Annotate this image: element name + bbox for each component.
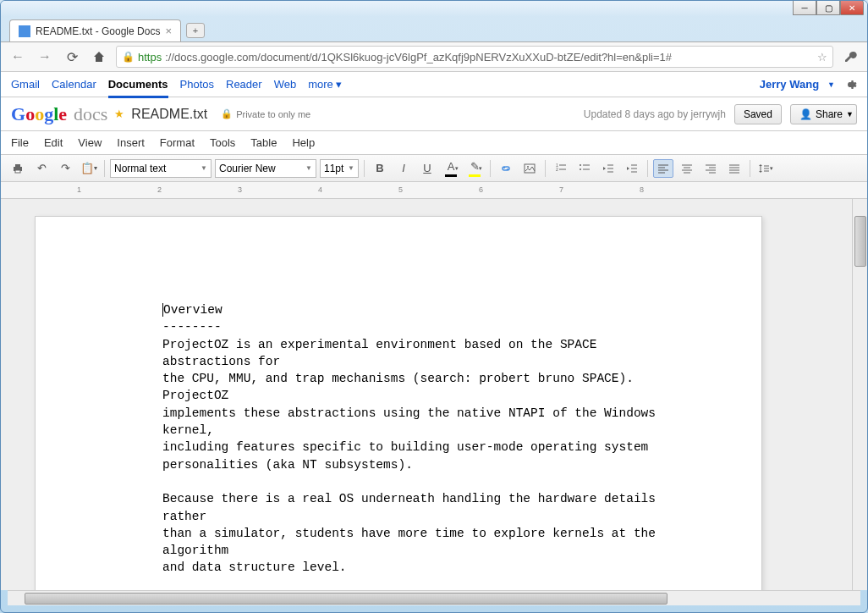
url-scheme: https <box>138 51 162 64</box>
svg-rect-2 <box>15 170 20 173</box>
wrench-icon[interactable] <box>840 47 860 67</box>
bullet-list-button[interactable] <box>574 159 595 178</box>
indent-button[interactable] <box>622 159 642 178</box>
service-link-gmail[interactable]: Gmail <box>11 78 40 91</box>
menu-table[interactable]: Table <box>250 136 277 149</box>
user-dropdown-icon[interactable]: ▼ <box>827 80 835 89</box>
italic-button[interactable]: I <box>393 159 414 178</box>
clipboard-button[interactable]: 📋▾ <box>79 159 99 178</box>
service-link-reader[interactable]: Reader <box>226 78 262 91</box>
align-left-button[interactable] <box>653 159 673 178</box>
window-close-button[interactable]: ✕ <box>840 0 864 15</box>
google-services-bar: Gmail Calendar Documents Photos Reader W… <box>1 72 867 97</box>
google-logo[interactable]: Google <box>11 103 67 125</box>
svg-rect-1 <box>15 164 20 167</box>
menu-insert[interactable]: Insert <box>117 136 145 149</box>
reload-button[interactable]: ⟳ <box>62 47 82 67</box>
svg-point-9 <box>580 164 581 166</box>
menu-edit[interactable]: Edit <box>44 136 63 149</box>
doc-title[interactable]: README.txt <box>131 107 207 122</box>
bold-button[interactable]: B <box>370 159 390 178</box>
user-name[interactable]: Jerry Wang <box>760 78 819 91</box>
star-icon[interactable]: ★ <box>114 108 124 120</box>
bookmark-star-icon[interactable]: ☆ <box>817 51 827 64</box>
menu-view[interactable]: View <box>78 136 102 149</box>
align-center-button[interactable] <box>677 159 697 178</box>
numbered-list-button[interactable]: 12 <box>551 159 571 178</box>
align-right-button[interactable] <box>700 159 721 178</box>
text-color-button[interactable]: A▾ <box>441 159 461 178</box>
menu-tools[interactable]: Tools <box>210 136 235 149</box>
url-rest: ://docs.google.com/document/d/1QKSl6kuog… <box>165 51 672 64</box>
underline-button[interactable]: U <box>417 159 437 178</box>
lock-icon: 🔒 <box>221 108 233 119</box>
svg-point-4 <box>527 166 529 168</box>
link-button[interactable] <box>496 159 516 178</box>
document-icon <box>19 25 30 37</box>
vertical-scrollbar[interactable] <box>852 199 867 590</box>
service-link-photos[interactable]: Photos <box>180 78 214 91</box>
document-area: Overview -------- ProjectOZ is an experi… <box>1 199 867 590</box>
window-maximize-button[interactable]: ▢ <box>816 0 840 15</box>
gear-icon[interactable] <box>843 78 857 91</box>
doc-header: Google docs ★ README.txt 🔒 Private to on… <box>1 97 867 131</box>
forward-button[interactable]: → <box>35 47 55 67</box>
back-button[interactable]: ← <box>8 47 28 67</box>
window-titlebar: ─ ▢ ✕ <box>1 1 867 16</box>
tab-title: README.txt - Google Docs <box>36 25 160 37</box>
horizontal-scrollbar[interactable] <box>8 590 860 605</box>
outdent-button[interactable] <box>598 159 618 178</box>
new-tab-button[interactable]: + <box>186 23 205 38</box>
window-minimize-button[interactable]: ─ <box>793 0 816 15</box>
address-bar[interactable]: 🔒 https ://docs.google.com/document/d/1Q… <box>116 46 833 68</box>
document-content[interactable]: Overview -------- ProjectOZ is an experi… <box>162 301 677 577</box>
ruler[interactable]: 1 2 3 4 5 6 7 8 <box>1 182 867 199</box>
close-icon[interactable]: × <box>165 25 172 37</box>
menu-format[interactable]: Format <box>160 136 195 149</box>
service-link-web[interactable]: Web <box>274 78 297 91</box>
doc-privacy[interactable]: 🔒 Private to only me <box>221 108 310 119</box>
service-link-documents[interactable]: Documents <box>108 78 168 98</box>
share-dropdown-button[interactable]: ▼ <box>843 104 857 124</box>
person-icon: 👤 <box>799 108 812 120</box>
redo-button[interactable]: ↷ <box>55 159 75 178</box>
svg-point-11 <box>580 168 581 170</box>
menu-help[interactable]: Help <box>292 136 315 149</box>
undo-button[interactable]: ↶ <box>31 159 52 178</box>
image-button[interactable] <box>519 159 540 178</box>
print-button[interactable] <box>8 159 28 178</box>
services-more-dropdown[interactable]: more ▾ <box>308 78 342 91</box>
format-toolbar: ↶ ↷ 📋▾ Normal text▼ Courier New▼ 11pt▼ B… <box>1 155 867 182</box>
home-button[interactable] <box>89 47 109 67</box>
service-link-calendar[interactable]: Calendar <box>52 78 96 91</box>
document-page[interactable]: Overview -------- ProjectOZ is an experi… <box>35 216 762 590</box>
browser-toolbar: ← → ⟳ 🔒 https ://docs.google.com/documen… <box>1 41 867 72</box>
lock-icon: 🔒 <box>122 51 135 63</box>
scrollbar-thumb[interactable] <box>25 593 667 605</box>
highlight-button[interactable]: ✎▾ <box>464 159 485 178</box>
paragraph-style-select[interactable]: Normal text▼ <box>110 159 212 178</box>
saved-button[interactable]: Saved <box>734 104 782 124</box>
docs-logo: docs <box>74 103 107 125</box>
updated-text: Updated 8 days ago by jerrywjh <box>584 108 726 120</box>
browser-tab-strip: README.txt - Google Docs × + <box>1 16 867 41</box>
line-spacing-button[interactable]: ▾ <box>755 159 776 178</box>
menu-bar: File Edit View Insert Format Tools Table… <box>1 131 867 155</box>
align-justify-button[interactable] <box>724 159 744 178</box>
font-select[interactable]: Courier New▼ <box>215 159 316 178</box>
font-size-select[interactable]: 11pt▼ <box>320 159 359 178</box>
scrollbar-thumb[interactable] <box>854 216 866 267</box>
browser-tab[interactable]: README.txt - Google Docs × <box>9 19 181 41</box>
svg-text:2: 2 <box>556 167 558 172</box>
menu-file[interactable]: File <box>11 136 29 149</box>
